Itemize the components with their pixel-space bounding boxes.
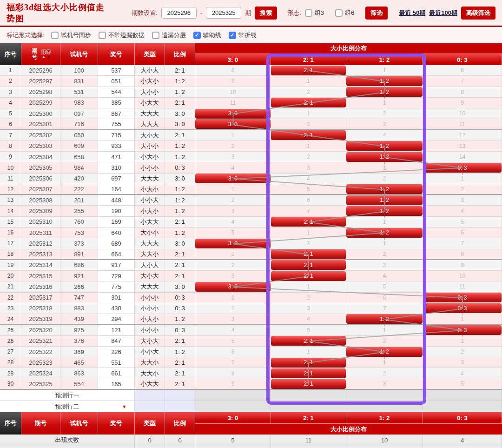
cell-prize-number: 226 <box>98 347 135 357</box>
table-row: 262025321376847大小大2: 152: 121 <box>0 336 502 347</box>
dist-cell: 9 <box>195 76 271 87</box>
mark-option-2[interactable]: 遗漏分层 <box>152 31 186 40</box>
zu6-option[interactable]: 组6 <box>335 9 354 17</box>
prediction-dist-cell[interactable] <box>423 390 502 401</box>
sort-label: 排序 <box>42 50 51 54</box>
prediction-ratio-cell[interactable] <box>165 390 195 401</box>
checkbox-checked-icon[interactable]: ✓ <box>193 32 201 39</box>
dist-cell: 5 <box>271 325 346 335</box>
dist-cell: 2 <box>346 108 423 119</box>
cell-period: 2025314 <box>21 260 60 271</box>
table-row: 202025315921729大小大2: 132: 1410 <box>0 271 502 281</box>
cell-prize-number: 729 <box>98 271 135 281</box>
cell-seq: 14 <box>0 206 21 216</box>
search-button[interactable]: 搜索 <box>255 7 277 20</box>
dist-cell: 2 <box>195 260 271 271</box>
mark-option-3[interactable]: ✓辅助线 <box>193 31 221 40</box>
column-header-period[interactable]: 期号 排序 ▲ ▼ <box>21 43 60 65</box>
period-from-input[interactable] <box>161 7 197 19</box>
dist-cell: 3 <box>195 314 271 325</box>
prediction-row-2: 预测行二 ▼ <box>0 401 502 412</box>
dist-cell: 1 <box>346 238 423 249</box>
prediction-type-cell[interactable] <box>135 401 165 412</box>
cell-type: 大大大 <box>135 281 165 292</box>
prediction-type-cell[interactable] <box>135 390 165 401</box>
cell-period: 2025313 <box>21 249 60 260</box>
prediction-dist-cell[interactable] <box>195 390 271 401</box>
zu3-option[interactable]: 组3 <box>305 9 324 17</box>
prediction-dist-cell[interactable] <box>195 401 271 412</box>
prediction-dist-cell[interactable] <box>271 401 346 412</box>
table-row: 212025316266775大大大3: 03: 01511 <box>0 281 502 292</box>
sort-asc-icon[interactable]: ▲ <box>42 55 46 59</box>
sort-desc-icon[interactable]: ▼ <box>47 55 51 59</box>
checkbox-icon[interactable] <box>152 32 159 39</box>
cell-seq: 1 <box>0 65 21 76</box>
prediction-dist-cell[interactable] <box>271 390 346 401</box>
prediction-dist-cell[interactable] <box>423 401 502 412</box>
checkbox-icon[interactable] <box>51 32 59 39</box>
cell-prize-number: 933 <box>98 141 135 152</box>
advanced-filter-button[interactable]: 高级筛选 <box>461 7 495 20</box>
cell-prize-number: 544 <box>98 87 135 98</box>
table-body: 12025296100537大小大2: 182: 116220252978310… <box>0 65 502 390</box>
cell-ratio: 3: 0 <box>165 238 195 249</box>
dist-cell: 1 <box>346 98 423 108</box>
dist-cell: 5 <box>423 217 502 227</box>
filter-button[interactable]: 筛选 <box>365 7 388 20</box>
down-arrow-icon: ▼ <box>122 404 127 409</box>
cell-seq: 8 <box>0 141 21 152</box>
dist-cell: 1 <box>271 108 346 119</box>
hit-bar: 2: 1 <box>271 336 346 346</box>
sort-control[interactable]: 排序 ▲ ▼ <box>42 50 51 59</box>
zu6-checkbox-icon[interactable] <box>335 9 343 17</box>
prediction-dist-cell[interactable] <box>346 390 423 401</box>
dist-cell: 6 <box>346 293 423 303</box>
cell-test-number: 686 <box>60 260 98 271</box>
prediction-ratio-cell[interactable] <box>165 401 195 412</box>
recent-100-link[interactable]: 最近100期 <box>429 9 457 17</box>
column-header-type: 类型 <box>135 43 165 65</box>
dist-cell: 3 <box>346 119 423 130</box>
cell-test-number: 658 <box>60 152 98 162</box>
recent-50-link[interactable]: 最近 50期 <box>399 9 425 17</box>
table-header: 序号 期号 排序 ▲ ▼ 试机号 奖号 类型 比例 大小比例分布 3: 0 2:… <box>0 43 502 65</box>
dist-cell: 10 <box>423 108 502 119</box>
prediction-label: 预测行一 <box>0 390 135 401</box>
cell-test-number: 266 <box>60 281 98 292</box>
dist-cell: 9 <box>423 98 502 108</box>
prediction-dist-cell[interactable] <box>346 401 423 412</box>
dist-cell: 2 <box>271 87 346 98</box>
table-row: 242025319439294小大小1: 2341: 21 <box>0 314 502 325</box>
cell-period: 2025311 <box>21 227 60 238</box>
mark-option-1[interactable]: 不常遗漏数据 <box>99 31 145 40</box>
table-row: 192025314686917大小大2: 122: 139 <box>0 260 502 271</box>
dist-cell: 3 <box>423 195 502 206</box>
cell-ratio: 2: 1 <box>165 357 195 368</box>
checkbox-checked-icon[interactable]: ✓ <box>229 32 236 39</box>
cell-seq: 3 <box>0 87 21 98</box>
dist-cell: 11 <box>195 98 271 108</box>
mark-option-0[interactable]: 试机号同步 <box>51 31 91 40</box>
hit-bar: 3: 0 <box>195 174 271 183</box>
zu3-checkbox-icon[interactable] <box>305 9 312 17</box>
column-header-ratio: 比例 <box>165 412 195 435</box>
period-to-input[interactable] <box>206 7 241 19</box>
cell-period: 2025301 <box>21 119 60 130</box>
cell-seq: 17 <box>0 238 21 249</box>
mark-option-4[interactable]: ✓常折线 <box>229 31 257 40</box>
cell-period: 2025315 <box>21 271 60 281</box>
checkbox-icon[interactable] <box>99 32 106 39</box>
stat-value: 4 <box>423 435 502 446</box>
cell-period: 2025321 <box>21 336 60 347</box>
cell-ratio: 2: 1 <box>165 271 195 281</box>
cell-test-number: 747 <box>60 293 98 303</box>
cell-prize-number: 755 <box>98 119 135 130</box>
hit-bar: 2: 1 <box>271 249 346 259</box>
cell-period: 2025303 <box>21 141 60 152</box>
cell-seq: 7 <box>0 130 21 141</box>
cell-seq: 19 <box>0 260 21 271</box>
dist-cell: 7 <box>423 76 502 87</box>
dist-cell: 9 <box>423 260 502 271</box>
column-header-prize: 奖号 <box>98 43 135 65</box>
